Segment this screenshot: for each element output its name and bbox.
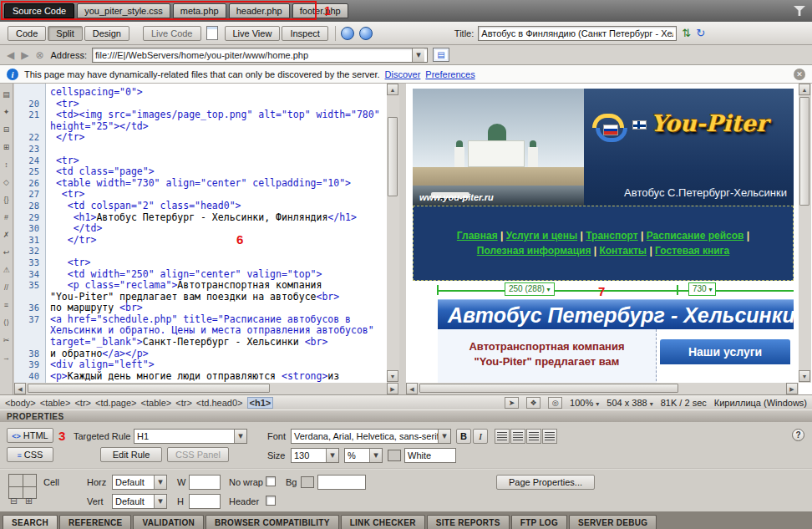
nav-link[interactable]: Главная bbox=[457, 230, 498, 242]
code-line[interactable]: <a href="schedule.php" title="Расписание… bbox=[50, 314, 386, 326]
code-line[interactable]: <h1>Автобус Петербург - Хельсинки, Финля… bbox=[50, 212, 386, 224]
code-horizontal-scrollbar[interactable]: ◀ ▶ bbox=[14, 383, 399, 394]
filter-icon[interactable] bbox=[794, 6, 805, 16]
scroll-left-icon[interactable]: ◀ bbox=[406, 383, 418, 394]
design-view-button[interactable]: Design bbox=[84, 26, 129, 41]
italic-button[interactable]: I bbox=[473, 429, 488, 444]
vert-select[interactable]: Default ▾ bbox=[112, 494, 167, 509]
code-line[interactable] bbox=[50, 144, 386, 155]
promo-cell[interactable]: Автотранспортная компания "You-Piter" пр… bbox=[438, 329, 657, 389]
chevron-down-icon[interactable]: ▾ bbox=[412, 48, 424, 62]
code-line[interactable]: Хельсинки и обратно. Цены и места отправ… bbox=[50, 325, 386, 337]
size-select[interactable]: 130 ▾ bbox=[291, 448, 339, 463]
horz-select[interactable]: Default ▾ bbox=[112, 475, 167, 490]
file-tab[interactable]: meta.php bbox=[173, 3, 226, 18]
code-vertical-scrollbar[interactable]: ▲ ▼ bbox=[387, 84, 399, 383]
title-input[interactable]: Автобус в Финляндию (Санкт Петербург - Х… bbox=[478, 26, 677, 41]
code-line[interactable]: <td colspan="2" class="head0"> bbox=[50, 201, 386, 212]
align-center-button[interactable] bbox=[510, 429, 525, 444]
tag-selector-item[interactable]: <body> bbox=[5, 398, 36, 408]
collapse-full-tag-icon[interactable]: ⊟ bbox=[0, 122, 13, 140]
balance-braces-icon[interactable]: {} bbox=[0, 192, 13, 210]
code-line[interactable]: </tr> bbox=[50, 132, 386, 144]
tab-source-code[interactable]: Source Code bbox=[4, 3, 74, 18]
edit-rule-button[interactable]: Edit Rule bbox=[100, 447, 162, 462]
html-mode-button[interactable]: <>HTML bbox=[7, 428, 53, 443]
font-select[interactable]: Verdana, Arial, Helvetica, sans-serif ▾ bbox=[291, 429, 451, 444]
inspect-button[interactable]: Inspect bbox=[282, 26, 327, 41]
panel-tab-site-reports[interactable]: SITE REPORTS bbox=[427, 515, 510, 529]
stop-icon[interactable]: ⊗ bbox=[35, 49, 43, 61]
design-view[interactable]: www.you-piter.ru You-Piter Автобус С.Пет… bbox=[406, 84, 812, 394]
tag-selector-item[interactable]: <table> bbox=[141, 398, 172, 408]
scroll-down-icon[interactable]: ▼ bbox=[799, 370, 810, 382]
code-view[interactable]: 2021222324252627282930313233343536373839… bbox=[14, 84, 399, 394]
code-line[interactable]: height="25"></td> bbox=[50, 121, 386, 133]
panel-tab-browser-compatibility[interactable]: BROWSER COMPATIBILITY bbox=[206, 515, 339, 529]
tag-selector-item[interactable]: <h1> bbox=[247, 397, 274, 409]
live-view-button[interactable]: Live View bbox=[225, 26, 281, 41]
scroll-left-icon[interactable]: ◀ bbox=[14, 383, 26, 394]
bold-button[interactable]: B bbox=[456, 429, 471, 444]
refresh-icon[interactable]: ↻ bbox=[696, 27, 705, 40]
zoom-level[interactable]: 100% ▾ bbox=[570, 398, 599, 408]
code-line[interactable]: </tr> bbox=[50, 235, 386, 247]
bg-color-well[interactable] bbox=[301, 476, 314, 488]
select-parent-tag-icon[interactable]: ◇ bbox=[0, 175, 13, 192]
design-vertical-scrollbar[interactable]: ▲ ▼ bbox=[799, 84, 811, 383]
open-documents-icon[interactable]: ▤ bbox=[0, 87, 13, 104]
code-view-button[interactable]: Code bbox=[8, 26, 46, 41]
scrollbar-thumb[interactable] bbox=[419, 384, 678, 393]
code-line[interactable]: и обратно</a></p> bbox=[50, 348, 386, 360]
no-wrap-checkbox[interactable] bbox=[266, 476, 276, 486]
preview-in-browser-icon[interactable] bbox=[359, 27, 373, 40]
expand-all-icon[interactable]: ↕ bbox=[0, 157, 13, 175]
preferences-link[interactable]: Preferences bbox=[425, 69, 475, 79]
nav-link[interactable]: Транспорт bbox=[586, 230, 637, 242]
nav-link[interactable]: Гостевая книга bbox=[655, 245, 729, 257]
nav-link[interactable]: Полезная информация bbox=[477, 245, 591, 257]
panel-tab-link-checker[interactable]: LINK CHECKER bbox=[341, 515, 425, 529]
nav-link[interactable]: Контакты bbox=[599, 245, 647, 257]
hand-tool-icon[interactable]: ❖ bbox=[526, 397, 540, 409]
scroll-up-icon[interactable]: ▲ bbox=[799, 84, 810, 95]
remove-comment-icon[interactable]: ≡ bbox=[0, 298, 13, 315]
panel-tab-server-debug[interactable]: SERVER DEBUG bbox=[569, 515, 657, 529]
panel-tab-search[interactable]: SEARCH bbox=[3, 515, 58, 529]
format-source-code-icon[interactable]: → bbox=[0, 350, 13, 368]
collapse-selection-icon[interactable]: ⊞ bbox=[0, 140, 13, 157]
cell-height-input[interactable] bbox=[189, 494, 221, 509]
code-line[interactable]: <tr> bbox=[50, 189, 386, 201]
wrap-tag-icon[interactable]: ⟨⟩ bbox=[0, 315, 13, 333]
panel-tab-reference[interactable]: REFERENCE bbox=[59, 515, 131, 529]
pane-splitter[interactable] bbox=[399, 84, 406, 394]
scrollbar-thumb[interactable] bbox=[28, 384, 270, 393]
zoom-tool-icon[interactable]: ◎ bbox=[548, 397, 562, 409]
syntax-error-alerts-icon[interactable]: ⚠ bbox=[0, 262, 13, 280]
code-line[interactable]: cellspacing="0"> bbox=[50, 87, 386, 99]
page-properties-button[interactable]: Page Properties... bbox=[496, 475, 595, 490]
discover-link[interactable]: Discover bbox=[385, 69, 421, 79]
scrollbar-thumb[interactable] bbox=[388, 117, 398, 196]
scroll-right-icon[interactable]: ▶ bbox=[387, 383, 398, 394]
bg-color-input[interactable] bbox=[317, 475, 366, 490]
tag-selector-item[interactable]: <table> bbox=[40, 398, 71, 408]
properties-panel-header[interactable]: PROPERTIES bbox=[0, 409, 812, 422]
split-cell-icon[interactable]: ⊞ bbox=[25, 496, 33, 506]
align-right-button[interactable] bbox=[526, 429, 541, 444]
show-code-navigator-icon[interactable]: ✦ bbox=[0, 104, 13, 122]
code-editor[interactable]: cellspacing="0"> <tr> <td><img src="imag… bbox=[47, 84, 386, 383]
scrollbar-thumb[interactable] bbox=[799, 97, 809, 206]
header-checkbox[interactable] bbox=[266, 496, 276, 506]
forward-icon[interactable]: ▶ bbox=[21, 49, 28, 61]
tag-selector-item[interactable]: <tr> bbox=[175, 398, 192, 408]
code-line[interactable]: <tr> bbox=[50, 257, 386, 269]
services-cell[interactable]: Наши услуги bbox=[657, 329, 794, 389]
scroll-right-icon[interactable]: ▶ bbox=[786, 383, 798, 394]
word-wrap-icon[interactable]: ↩ bbox=[0, 245, 13, 262]
table-width-menu[interactable]: 730 ▾ bbox=[688, 282, 716, 296]
help-icon[interactable]: ? bbox=[792, 429, 804, 441]
cell-width-input[interactable] bbox=[189, 475, 221, 490]
css-panel-button[interactable]: CSS Panel bbox=[167, 447, 229, 462]
code-line[interactable] bbox=[50, 246, 386, 257]
